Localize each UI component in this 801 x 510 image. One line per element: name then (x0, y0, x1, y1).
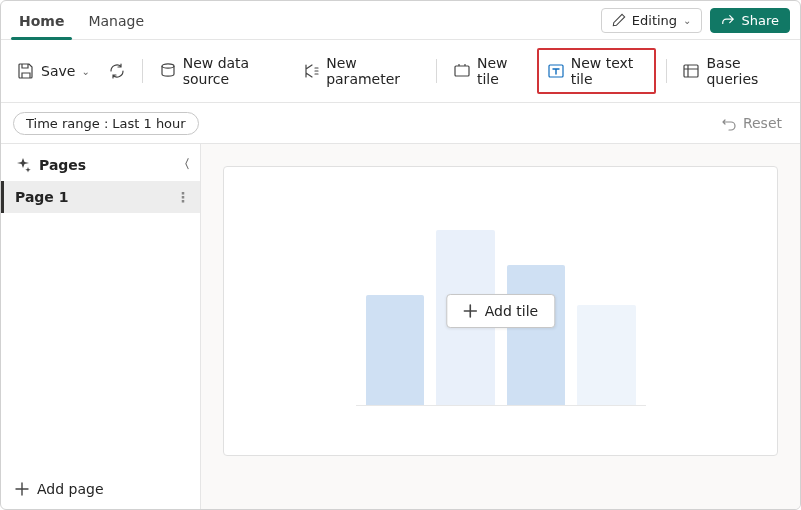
time-range-label: Time range : (26, 116, 108, 131)
pencil-icon (612, 13, 626, 27)
reset-button[interactable]: Reset (715, 111, 788, 135)
canvas-area: Add tile (201, 144, 800, 509)
new-parameter-label: New parameter (326, 55, 420, 87)
editing-label: Editing (632, 13, 677, 28)
pages-title: Pages (39, 157, 86, 173)
page-item[interactable]: Page 1 ⋮ (1, 181, 200, 213)
chevron-down-icon: ⌄ (81, 66, 89, 77)
add-tile-label: Add tile (485, 303, 538, 319)
plus-icon (463, 304, 477, 318)
new-parameter-button[interactable]: New parameter (296, 51, 426, 91)
refresh-icon (108, 62, 126, 80)
page-item-more-button[interactable]: ⋮ (176, 190, 190, 204)
time-range-pill[interactable]: Time range : Last 1 hour (13, 112, 199, 135)
new-tile-label: New tile (477, 55, 525, 87)
pages-header: Pages 〈 (1, 144, 200, 181)
share-button[interactable]: Share (710, 8, 790, 33)
share-label: Share (741, 13, 779, 28)
new-text-tile-label: New text tile (571, 55, 646, 87)
undo-icon (721, 115, 737, 131)
save-icon (17, 62, 35, 80)
toolbar: Save ⌄ New data source New parameter New… (1, 40, 800, 103)
parameter-icon (302, 62, 320, 80)
base-queries-button[interactable]: Base queries (676, 51, 790, 91)
collapse-sidebar-button[interactable]: 〈 (178, 156, 190, 173)
dashboard-canvas: Add tile (223, 166, 778, 456)
chevron-down-icon: ⌄ (683, 15, 691, 26)
new-text-tile-button[interactable]: New text tile (541, 51, 652, 91)
new-data-source-label: New data source (183, 55, 285, 87)
tab-manage[interactable]: Manage (80, 7, 152, 39)
save-label: Save (41, 63, 75, 79)
time-range-value: Last 1 hour (112, 116, 185, 131)
new-tile-button[interactable]: New tile (447, 51, 531, 91)
tile-icon (453, 62, 471, 80)
chart-bar (366, 295, 425, 405)
filter-bar: Time range : Last 1 hour Reset (1, 103, 800, 144)
share-icon (721, 13, 735, 27)
svg-rect-3 (684, 65, 698, 77)
add-page-label: Add page (37, 481, 104, 497)
sparkle-icon (15, 157, 31, 173)
reset-label: Reset (743, 115, 782, 131)
svg-point-0 (162, 64, 174, 68)
add-tile-button[interactable]: Add tile (446, 294, 555, 328)
svg-rect-1 (455, 66, 469, 76)
tab-home[interactable]: Home (11, 7, 72, 39)
text-tile-icon (547, 62, 565, 80)
new-data-source-button[interactable]: New data source (153, 51, 291, 91)
add-page-button[interactable]: Add page (1, 469, 200, 509)
body: Pages 〈 Page 1 ⋮ Add page Add tile (1, 144, 800, 509)
save-button[interactable]: Save ⌄ (11, 58, 96, 84)
toolbar-divider (666, 59, 667, 83)
tab-strip: Home Manage Editing ⌄ Share (1, 1, 800, 40)
page-item-label: Page 1 (15, 189, 68, 205)
refresh-button[interactable] (102, 58, 132, 84)
chart-bar (507, 265, 566, 405)
plus-icon (15, 482, 29, 496)
database-icon (159, 62, 177, 80)
queries-icon (682, 62, 700, 80)
toolbar-divider (142, 59, 143, 83)
editing-mode-button[interactable]: Editing ⌄ (601, 8, 703, 33)
pages-sidebar: Pages 〈 Page 1 ⋮ Add page (1, 144, 201, 509)
chart-bar (577, 305, 636, 405)
base-queries-label: Base queries (706, 55, 784, 87)
highlight-new-text-tile: New text tile (537, 48, 656, 94)
toolbar-divider (436, 59, 437, 83)
